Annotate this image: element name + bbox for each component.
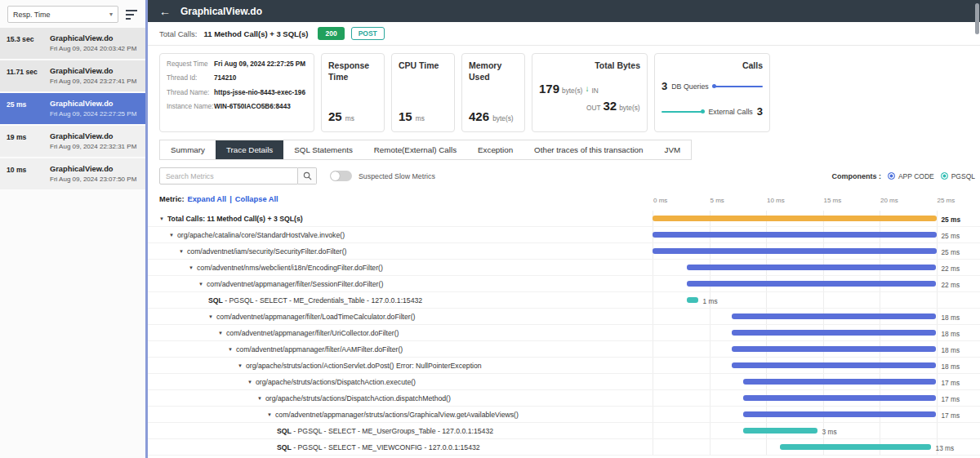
tab-other-traces-of-this-transaction[interactable]: Other traces of this transaction (523, 140, 653, 159)
trace-list-item[interactable]: 10 msGraphicalView.doFri Aug 09, 2024 23… (0, 158, 145, 191)
bytes-in-label: IN (591, 87, 598, 95)
trace-row-label: org/apache/catalina/core/StandardHostVal… (177, 231, 345, 239)
trace-row-label: com/adventnet/appmanager/filter/AAMFilte… (236, 345, 403, 354)
filter-icon[interactable] (126, 10, 138, 20)
trace-duration-label: 22 ms (942, 265, 960, 273)
trace-row[interactable]: ▼org/apache/struts/actions/DispatchActio… (148, 390, 980, 407)
collapse-arrow-icon[interactable]: ▼ (218, 331, 223, 336)
collapse-arrow-icon[interactable]: ▼ (267, 412, 272, 417)
trace-row[interactable]: SQL - PGSQL - SELECT - ME_UserGroups_Tab… (148, 423, 980, 439)
collapse-all-link[interactable]: Collapse All (235, 195, 278, 203)
trace-row[interactable]: ▼org/apache/struts/action/ActionServlet.… (148, 358, 980, 374)
collapse-arrow-icon[interactable]: ▼ (228, 347, 233, 352)
trace-duration-bar (743, 428, 817, 434)
legend-item-app-code[interactable]: APP CODE (888, 172, 934, 180)
trace-list-item[interactable]: 19 msGraphicalView.doFri Aug 09, 2024 22… (0, 126, 145, 158)
status-code-badge: 200 (318, 27, 344, 40)
memory-used-unit: byte(s) (492, 114, 513, 122)
trace-row[interactable]: SQL - PGSQL - SELECT - ME_Credentials_Ta… (148, 292, 980, 309)
bytes-out-row: OUT 32 byte(s) (539, 99, 640, 113)
cpu-time-unit: ms (416, 114, 425, 122)
back-arrow-icon[interactable]: ← (159, 6, 171, 17)
bytes-out-label: OUT (586, 104, 601, 112)
trace-row[interactable]: ▼com/adventnet/iam/security/SecurityFilt… (148, 243, 980, 260)
trace-row[interactable]: ▼com/adventnet/appmanager/filter/UriColl… (148, 325, 980, 341)
trace-list: 15.3 secGraphicalView.doFri Aug 09, 2024… (0, 28, 145, 191)
trace-list-item[interactable]: 11.71 secGraphicalView.doFri Aug 09, 202… (0, 60, 145, 93)
tab-exception[interactable]: Exception (467, 140, 523, 159)
trace-duration-bar (743, 395, 936, 401)
info-row: Thread Id: 714210 (167, 74, 307, 82)
trace-item-name: GraphicalView.do (50, 100, 136, 108)
tab-trace-details[interactable]: Trace Details (216, 140, 283, 159)
expand-all-link[interactable]: Expand All (187, 195, 226, 203)
card-title: Total Bytes (539, 60, 640, 70)
bytes-in-value: 179 (539, 82, 559, 96)
cpu-time-card: CPU Time 15 ms (391, 53, 455, 132)
response-time-value: 25 (328, 109, 342, 123)
trace-duration-bar (687, 297, 698, 303)
collapse-arrow-icon[interactable]: ▼ (198, 282, 203, 287)
trace-duration-label: 25 ms (942, 248, 960, 256)
tab-summary[interactable]: Summary (160, 140, 216, 159)
collapse-arrow-icon[interactable]: ▼ (247, 380, 252, 385)
trace-row[interactable]: ▼org/apache/catalina/core/StandardHostVa… (148, 227, 980, 243)
trace-duration-bar (653, 216, 937, 221)
axis-tick-label: 5 ms (710, 197, 724, 204)
trace-row[interactable]: ▼com/adventnet/appmanager/struts/actions… (148, 407, 980, 423)
axis-tick-label: 25 ms (938, 197, 956, 204)
trace-duration-label: 18 ms (942, 346, 960, 354)
tab-jvm[interactable]: JVM (654, 140, 692, 159)
collapse-arrow-icon[interactable]: ▼ (169, 233, 174, 238)
trace-duration-bar (743, 411, 936, 417)
info-value: 714210 (214, 74, 236, 82)
bytes-in-unit: byte(s) (562, 87, 582, 95)
search-input[interactable] (159, 167, 298, 185)
info-label: Thread Id: (167, 74, 214, 82)
search-button[interactable] (298, 167, 317, 185)
trace-duration-label: 17 ms (942, 411, 960, 420)
collapse-arrow-icon[interactable]: ▼ (179, 249, 184, 254)
trace-list-item[interactable]: 25 msGraphicalView.doFri Aug 09, 2024 22… (0, 93, 145, 126)
chevron-down-icon: ▾ (109, 11, 113, 18)
summary-bar: Total Calls: 11 Method Call(s) + 3 SQL(s… (148, 22, 980, 46)
cards-row: Request Time Fri Aug 09, 2024 22:27:25 P… (148, 46, 980, 138)
trace-duration-bar (732, 313, 936, 319)
slow-metrics-toggle[interactable] (330, 171, 352, 181)
trace-row-label: - PGSQL - SELECT - ME_VIEWCONFIG - 127.0… (292, 443, 480, 451)
collapse-arrow-icon[interactable]: ▼ (208, 314, 213, 319)
calls-card: Calls 3 DB Queries External Calls 3 (654, 53, 770, 132)
scrollbar-thumb[interactable] (975, 3, 979, 34)
external-calls-row: External Calls 3 (662, 105, 763, 118)
collapse-arrow-icon[interactable]: ▼ (189, 265, 194, 270)
trace-row-label: Total Calls: 11 Method Call(s) + 3 SQL(s… (167, 215, 303, 223)
card-value: 426 byte(s) (469, 109, 518, 125)
info-row: Instance Name: WIN-6T50IACO5B6:8443 (167, 103, 307, 111)
trace-list-item[interactable]: 15.3 secGraphicalView.doFri Aug 09, 2024… (0, 28, 145, 60)
trace-row[interactable]: ▼com/adventnet/nms/webclient/i18n/Encodi… (148, 260, 980, 276)
collapse-arrow-icon[interactable]: ▼ (238, 363, 243, 368)
axis-tick-label: 20 ms (880, 197, 898, 204)
tab-sql-statements[interactable]: SQL Statements (283, 140, 363, 159)
trace-duration-bar (732, 362, 936, 368)
trace-row[interactable]: ▼com/adventnet/appmanager/filter/AAMFilt… (148, 341, 980, 358)
trace-row-label: - PGSQL - SELECT - ME_UserGroups_Table -… (292, 427, 493, 435)
card-title: Calls (662, 60, 763, 70)
trace-row[interactable]: ▼org/apache/struts/actions/DispatchActio… (148, 374, 980, 390)
page-title: GraphicalView.do (180, 6, 262, 17)
trace-row[interactable]: ▼Total Calls: 11 Method Call(s) + 3 SQL(… (148, 211, 980, 227)
trace-item-duration: 15.3 sec (7, 34, 44, 52)
collapse-arrow-icon[interactable]: ▼ (257, 396, 262, 401)
tab-remote-external-calls[interactable]: Remote(External) Calls (363, 140, 467, 159)
trace-row[interactable]: SQL - PGSQL - SELECT - ME_VIEWCONFIG - 1… (148, 439, 980, 456)
bytes-in-row: 179 byte(s) ↓ IN (539, 82, 640, 96)
collapse-arrow-icon[interactable]: ▼ (159, 216, 164, 221)
trace-row[interactable]: ▼com/adventnet/appmanager/filter/LoadTim… (148, 309, 980, 325)
legend-dot-icon (941, 172, 948, 180)
info-label: Request Time (167, 60, 214, 69)
trace-row[interactable]: ▼com/adventnet/appmanager/filter/Session… (148, 276, 980, 292)
legend-label: APP CODE (898, 172, 934, 180)
trace-duration-label: 25 ms (942, 232, 960, 240)
legend-item-pgsql[interactable]: PGSQL (941, 172, 975, 180)
sort-dropdown[interactable]: Resp. Time ▾ (7, 6, 118, 23)
